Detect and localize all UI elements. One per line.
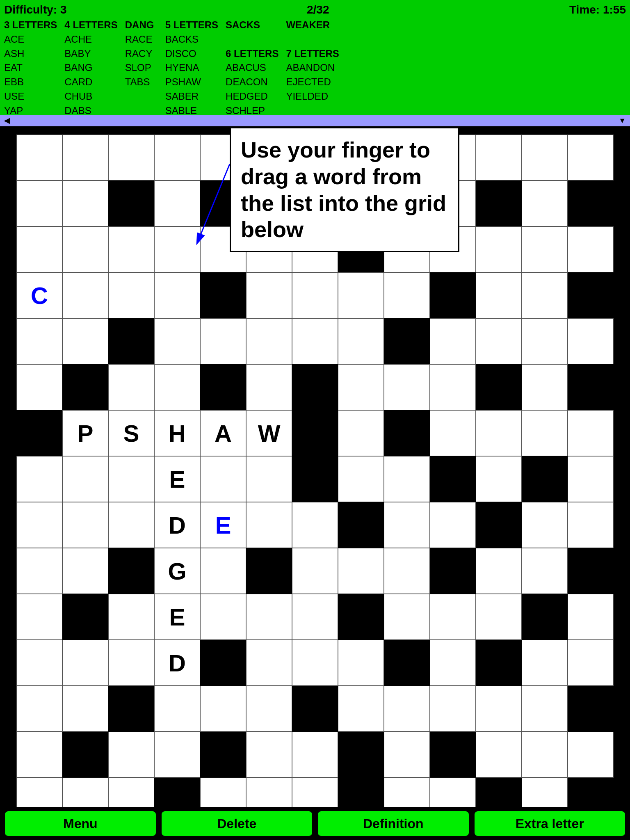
cell-10-0[interactable] — [16, 594, 62, 640]
word-sable[interactable]: SABLE — [165, 104, 218, 118]
cell-9-5[interactable] — [246, 548, 292, 594]
cell-7-8[interactable] — [384, 456, 430, 502]
cell-0-10[interactable] — [476, 135, 522, 180]
cell-4-5[interactable] — [246, 318, 292, 364]
cell-9-10[interactable] — [476, 548, 522, 594]
word-disco[interactable]: DISCO — [165, 47, 218, 61]
cell-0-3[interactable] — [154, 135, 200, 180]
cell-5-3[interactable] — [154, 364, 200, 410]
cell-13-6[interactable] — [292, 732, 338, 778]
word-race[interactable]: RACE — [125, 32, 158, 47]
cell-9-0[interactable] — [16, 548, 62, 594]
cell-10-5[interactable] — [246, 594, 292, 640]
cell-10-11[interactable] — [522, 594, 568, 640]
word-saber[interactable]: SABER — [165, 89, 218, 104]
cell-3-4[interactable] — [200, 272, 246, 318]
word-ebb[interactable]: EBB — [4, 75, 57, 89]
cell-11-9[interactable] — [430, 640, 476, 686]
cell-4-3[interactable] — [154, 318, 200, 364]
cell-13-4[interactable] — [200, 732, 246, 778]
cell-12-12[interactable] — [568, 686, 614, 732]
word-slop[interactable]: SLOP — [125, 61, 158, 75]
cell-8-5[interactable] — [246, 502, 292, 548]
cell-9-9[interactable] — [430, 548, 476, 594]
cell-12-4[interactable] — [200, 686, 246, 732]
cell-4-11[interactable] — [522, 318, 568, 364]
cell-11-10[interactable] — [476, 640, 522, 686]
cell-4-6[interactable] — [292, 318, 338, 364]
cell-11-3[interactable]: D — [154, 640, 200, 686]
cell-9-12[interactable] — [568, 548, 614, 594]
word-deacon[interactable]: DEACON — [226, 75, 278, 89]
cell-11-12[interactable] — [568, 640, 614, 686]
cell-11-4[interactable] — [200, 640, 246, 686]
word-ache[interactable]: ACHE — [64, 32, 117, 47]
cell-3-1[interactable] — [62, 272, 108, 318]
cell-8-10[interactable] — [476, 502, 522, 548]
cell-6-12[interactable] — [568, 410, 614, 456]
cell-8-7[interactable] — [338, 502, 384, 548]
cell-6-8[interactable] — [384, 410, 430, 456]
cell-7-6[interactable] — [292, 456, 338, 502]
cell-6-5[interactable]: W — [246, 410, 292, 456]
cell-6-7[interactable] — [338, 410, 384, 456]
word-card[interactable]: CARD — [64, 75, 117, 89]
word-use[interactable]: USE — [4, 89, 57, 104]
cell-6-4[interactable]: A — [200, 410, 246, 456]
cell-3-3[interactable] — [154, 272, 200, 318]
cell-0-11[interactable] — [522, 135, 568, 180]
cell-11-0[interactable] — [16, 640, 62, 686]
cell-12-2[interactable] — [108, 686, 154, 732]
cell-6-1[interactable]: P — [62, 410, 108, 456]
cell-11-6[interactable] — [292, 640, 338, 686]
cell-6-9[interactable] — [430, 410, 476, 456]
cell-7-11[interactable] — [522, 456, 568, 502]
cell-13-5[interactable] — [246, 732, 292, 778]
cell-8-6[interactable] — [292, 502, 338, 548]
cell-13-0[interactable] — [16, 732, 62, 778]
cell-10-10[interactable] — [476, 594, 522, 640]
cell-3-5[interactable] — [246, 272, 292, 318]
cell-8-3[interactable]: D — [154, 502, 200, 548]
cell-0-12[interactable] — [568, 135, 614, 180]
cell-3-9[interactable] — [430, 272, 476, 318]
cell-5-12[interactable] — [568, 364, 614, 410]
cell-4-12[interactable] — [568, 318, 614, 364]
cell-0-1[interactable] — [62, 135, 108, 180]
cell-3-10[interactable] — [476, 272, 522, 318]
cell-13-7[interactable] — [338, 732, 384, 778]
menu-button[interactable]: Menu — [4, 810, 157, 837]
cell-2-10[interactable] — [476, 226, 522, 272]
word-abacus[interactable]: ABACUS — [226, 61, 278, 75]
word-hyena[interactable]: HYENA — [165, 61, 218, 75]
cell-8-4[interactable]: E — [200, 502, 246, 548]
cell-2-2[interactable] — [108, 226, 154, 272]
cell-8-8[interactable] — [384, 502, 430, 548]
cell-11-2[interactable] — [108, 640, 154, 686]
cell-5-8[interactable] — [384, 364, 430, 410]
cell-12-1[interactable] — [62, 686, 108, 732]
cell-6-10[interactable] — [476, 410, 522, 456]
cell-7-4[interactable] — [200, 456, 246, 502]
extra-letter-button[interactable]: Extra letter — [474, 810, 626, 837]
word-backs[interactable]: BACKS — [165, 32, 218, 47]
cell-8-12[interactable] — [568, 502, 614, 548]
cell-10-9[interactable] — [430, 594, 476, 640]
word-racy[interactable]: RACY — [125, 47, 158, 61]
cell-13-11[interactable] — [522, 732, 568, 778]
cell-5-5[interactable] — [246, 364, 292, 410]
cell-6-11[interactable] — [522, 410, 568, 456]
cell-5-11[interactable] — [522, 364, 568, 410]
cell-1-3[interactable] — [154, 180, 200, 226]
cell-7-1[interactable] — [62, 456, 108, 502]
cell-9-1[interactable] — [62, 548, 108, 594]
cell-4-4[interactable] — [200, 318, 246, 364]
cell-12-11[interactable] — [522, 686, 568, 732]
cell-3-0[interactable]: C — [16, 272, 62, 318]
cell-10-8[interactable] — [384, 594, 430, 640]
cell-9-3[interactable]: G — [154, 548, 200, 594]
cell-13-12[interactable] — [568, 732, 614, 778]
cell-7-7[interactable] — [338, 456, 384, 502]
cell-6-0[interactable] — [16, 410, 62, 456]
cell-8-2[interactable] — [108, 502, 154, 548]
